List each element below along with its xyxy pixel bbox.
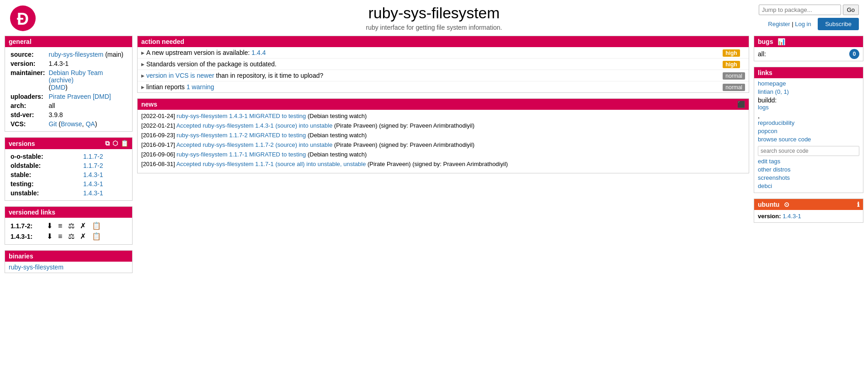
bugs-section: bugs 📊 all: 0 — [754, 36, 863, 61]
edit-tags-link[interactable]: edit tags — [758, 158, 859, 165]
bugs-all-row: all: 0 — [754, 47, 863, 61]
maintainer-link[interactable]: Debian Ruby Team — [48, 69, 103, 76]
binaries-header: binaries — [5, 251, 132, 262]
version-row-value[interactable]: 1.4.3-1 — [83, 189, 103, 197]
lintian-link[interactable]: lintian (0, 1) — [758, 88, 859, 95]
news-date: 2016-09-06 — [143, 151, 174, 158]
action-cell: ▸A new upstream version is available: 1.… — [138, 47, 719, 59]
news-suffix: (Pirate Praveen) (signed by: Praveen Ari… — [334, 122, 474, 129]
buildd-logs-link[interactable]: logs — [758, 104, 859, 111]
stdver-value: 3.9.8 — [47, 110, 128, 119]
versions-icon3[interactable]: 📋 — [121, 140, 128, 147]
news-date: 2016-09-23 — [143, 132, 174, 139]
news-date: 2016-08-31 — [143, 161, 174, 167]
version-row: stable:1.4.3-1 — [9, 170, 128, 179]
news-suffix: (Debian testing watch) — [308, 132, 367, 139]
action-badge-cell: normal — [719, 81, 749, 93]
rss-icon[interactable]: ⬛ — [737, 101, 745, 108]
main-layout: general source: ruby-sys-filesystem (mai… — [0, 36, 868, 288]
bugs-header: bugs 📊 — [754, 36, 863, 47]
source-link[interactable]: ruby-sys-filesystem — [48, 51, 103, 58]
debci-link[interactable]: debci — [758, 183, 859, 189]
uploader-dmd-link[interactable]: [DMD] — [93, 93, 111, 100]
action-text-pre: Standards version of the package is outd… — [146, 60, 277, 68]
vcs-label: VCS: — [9, 119, 47, 129]
ubuntu-version-link[interactable]: 1.4.3-1 — [783, 213, 801, 220]
action-badge: high — [723, 61, 740, 68]
general-body: source: ruby-sys-filesystem (main) versi… — [5, 47, 132, 131]
news-link[interactable]: ruby-sys-filesystem 1.4.3-1 MIGRATED to … — [176, 113, 306, 119]
arch-value: all — [47, 101, 128, 110]
news-header: news ⬛ — [138, 99, 749, 110]
uploader-link[interactable]: Pirate Praveen — [48, 93, 91, 100]
browse-source-link[interactable]: browse source code — [758, 136, 859, 143]
versioned-links-body: 1.1.7-2:⬇ ≡ ⚖ ✗ 📋1.4.3-1:⬇ ≡ ⚖ ✗ 📋 — [5, 218, 132, 244]
news-link[interactable]: Accepted ruby-sys-filesystem 1.1.7-2 (so… — [176, 141, 333, 148]
stdver-label: std-ver: — [9, 110, 47, 119]
news-section: news ⬛ [2022-01-24] ruby-sys-filesystem … — [137, 98, 749, 173]
version-row-value[interactable]: 1.1.7-2 — [83, 162, 103, 169]
version-row-label: stable: — [9, 170, 81, 179]
page-header: ruby-sys-filesystem ruby interface for g… — [0, 0, 868, 36]
bugs-chart-icon[interactable]: 📊 — [777, 38, 785, 45]
news-date: 2022-01-24 — [143, 113, 174, 119]
ubuntu-info-icon[interactable]: ℹ — [857, 201, 859, 208]
action-link[interactable]: version in VCS is newer — [146, 72, 214, 79]
version-value: 1.4.3-1 — [47, 59, 128, 68]
action-cell: ▸lintian reports 1 warning — [138, 81, 719, 93]
news-link[interactable]: Accepted ruby-sys-filesystem 1.1.7-1 (so… — [176, 161, 366, 167]
news-date: 2022-01-21 — [143, 122, 174, 129]
news-link[interactable]: ruby-sys-filesystem 1.1.7-1 MIGRATED to … — [176, 151, 306, 158]
action-badge: high — [723, 49, 740, 57]
binary-link[interactable]: ruby-sys-filesystem — [9, 263, 64, 271]
versions-icon1[interactable]: ⧉ — [105, 140, 110, 147]
vcs-qa-link[interactable]: QA — [85, 120, 95, 128]
version-label: version: — [9, 59, 47, 68]
version-row-value[interactable]: 1.4.3-1 — [83, 171, 103, 178]
general-section: general source: ruby-sys-filesystem (mai… — [5, 36, 133, 132]
news-link[interactable]: Accepted ruby-sys-filesystem 1.4.3-1 (so… — [176, 122, 333, 129]
news-suffix: (Debian testing watch) — [308, 113, 367, 119]
news-date: 2016-09-17 — [143, 141, 174, 148]
ubuntu-header: ubuntu ⊙ ℹ — [754, 199, 863, 210]
ubuntu-body: version: 1.4.3-1 — [754, 210, 863, 222]
source-label: source: — [9, 50, 47, 59]
action-row: ▸lintian reports 1 warningnormal — [138, 81, 749, 93]
maintainer-archive-link[interactable]: (archive) — [48, 76, 73, 84]
version-row-value[interactable]: 1.1.7-2 — [83, 153, 103, 160]
vcs-browse-link[interactable]: Browse — [61, 120, 82, 128]
right-column: bugs 📊 all: 0 links homepage lintian (0,… — [754, 36, 863, 228]
ubuntu-section: ubuntu ⊙ ℹ version: 1.4.3-1 — [754, 199, 863, 223]
versioned-links-section: versioned links 1.1.7-2:⬇ ≡ ⚖ ✗ 📋1.4.3-1… — [5, 206, 133, 245]
vl-row-icons: ⬇ ≡ ⚖ ✗ 📋 — [45, 220, 128, 231]
dmd-link[interactable]: DMD — [51, 84, 65, 91]
homepage-link[interactable]: homepage — [758, 80, 859, 87]
news-item: [2016-08-31] Accepted ruby-sys-filesyste… — [141, 161, 745, 167]
buildd-repro-link[interactable]: reproducibility — [758, 119, 859, 126]
version-row-value[interactable]: 1.4.3-1 — [83, 180, 103, 188]
search-source-input[interactable] — [758, 146, 859, 156]
left-column: general source: ruby-sys-filesystem (mai… — [5, 36, 133, 279]
ubuntu-icon: ⊙ — [784, 201, 789, 208]
news-item: [2016-09-23] ruby-sys-filesystem 1.1.7-2… — [141, 132, 745, 139]
action-link[interactable]: 1 warning — [186, 83, 214, 91]
news-link[interactable]: ruby-sys-filesystem 1.1.7-2 MIGRATED to … — [176, 132, 306, 139]
action-badge: normal — [723, 72, 745, 80]
middle-column: action needed ▸A new upstream version is… — [137, 36, 749, 179]
version-row: o-o-stable:1.1.7-2 — [9, 152, 128, 161]
version-row-label: o-o-stable: — [9, 152, 81, 161]
uploaders-label: uploaders: — [9, 92, 47, 101]
action-link[interactable]: 1.4.4 — [251, 49, 266, 56]
screenshots-link[interactable]: screenshots — [758, 174, 859, 181]
popcon-link[interactable]: popcon — [758, 128, 859, 134]
bugs-all-label: all: — [758, 50, 766, 58]
other-distros-link[interactable]: other distros — [758, 166, 859, 173]
news-item: [2022-01-21] Accepted ruby-sys-filesyste… — [141, 122, 745, 129]
news-item: [2016-09-06] ruby-sys-filesystem 1.1.7-1… — [141, 151, 745, 158]
versions-icon2[interactable]: ⬡ — [112, 140, 118, 147]
news-suffix: (Debian testing watch) — [308, 151, 367, 158]
versions-header: versions ⧉ ⬡ 📋 — [5, 138, 132, 149]
links-body: homepage lintian (0, 1) buildd: logs, re… — [754, 78, 863, 193]
action-row: ▸A new upstream version is available: 1.… — [138, 47, 749, 59]
vcs-git-link[interactable]: Git — [48, 120, 57, 128]
